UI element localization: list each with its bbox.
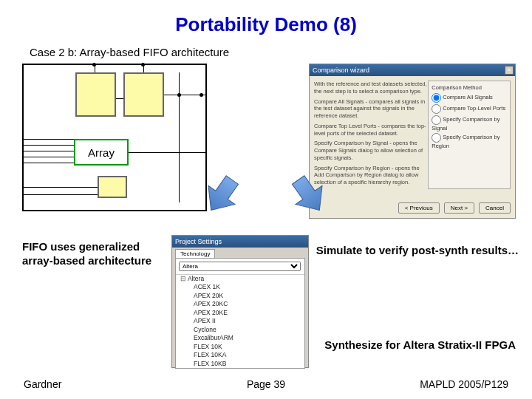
list-item[interactable]: APEX 20K	[180, 292, 304, 300]
tab-technology[interactable]: Technology	[175, 249, 215, 258]
wizard-title: Comparison wizard	[313, 66, 369, 74]
list-item[interactable]: ExcaliburARM	[180, 334, 304, 342]
radio-label: Specify Comparison by Signal	[432, 116, 499, 132]
wizard-text-top: Compare Top Level Ports - compares the t…	[314, 123, 428, 137]
tree-root: Altera	[188, 275, 204, 282]
settings-titlebar: Project Settings	[172, 236, 308, 248]
radio-label: Compare All Signals	[443, 94, 493, 100]
list-item[interactable]: APEX II	[180, 317, 304, 325]
list-item[interactable]: FLEX 10K	[180, 343, 304, 351]
close-icon[interactable]: ×	[505, 66, 514, 75]
comparison-method-label: Comparison Method	[432, 84, 507, 91]
block-1	[75, 72, 116, 117]
block-3	[98, 176, 127, 198]
radio-specify-signal[interactable]: Specify Comparison by Signal	[432, 115, 507, 132]
wizard-text-sig: Specify Comparison by Signal - opens the…	[314, 140, 428, 161]
radio-compare-all[interactable]: Compare All Signals	[432, 93, 507, 103]
slide-title: Portability Demo (8)	[0, 0, 532, 36]
radio-specify-region[interactable]: Specify Comparison by Region	[432, 133, 507, 149]
radio-label: Specify Comparison by Region	[432, 134, 499, 149]
device-tree[interactable]: ⊟ Altera ACEX 1K APEX 20K APEX 20KC APEX…	[176, 274, 304, 367]
next-button[interactable]: Next >	[444, 202, 474, 214]
wizard-titlebar: Comparison wizard ×	[310, 64, 515, 76]
fifo-architecture-diagram: Array	[22, 64, 207, 211]
radio-compare-top[interactable]: Compare Top-Level Ports	[432, 104, 507, 114]
right-caption-synthesize: Synthesize for Altera Stratix-II FPGA	[324, 338, 516, 351]
radio-label: Compare Top-Level Ports	[443, 105, 505, 112]
left-caption: FIFO uses generalized array-based archit…	[22, 240, 170, 268]
list-item[interactable]: ACEX 1K	[180, 283, 304, 291]
array-block: Array	[74, 139, 129, 166]
wizard-intro: With the reference and test datasets sel…	[314, 81, 428, 95]
slide-subtitle: Case 2 b: Array-based FIFO architecture	[30, 46, 229, 58]
list-item[interactable]: FLEX 10KA	[180, 351, 304, 359]
list-item[interactable]: FLEX 10KB	[180, 360, 304, 367]
wizard-text-reg: Specify Comparison by Region - opens the…	[314, 165, 428, 186]
list-item[interactable]: APEX 20KE	[180, 309, 304, 317]
footer-ref: MAPLD 2005/P129	[420, 378, 508, 390]
wizard-text-all: Compare All Signals - compares all signa…	[314, 98, 428, 120]
block-2	[123, 72, 164, 117]
previous-button[interactable]: < Previous	[398, 202, 440, 214]
comparison-wizard-dialog: Comparison wizard × With the reference a…	[309, 64, 516, 219]
project-settings-dialog: Project Settings Technology Altera ⊟ Alt…	[171, 235, 309, 368]
vendor-select[interactable]: Altera	[179, 262, 301, 271]
cancel-button[interactable]: Cancel	[479, 202, 511, 214]
right-caption-simulate: Simulate to verify post-synth results…	[316, 244, 519, 256]
list-item[interactable]: APEX 20KC	[180, 300, 304, 308]
list-item[interactable]: Cyclone	[180, 326, 304, 334]
